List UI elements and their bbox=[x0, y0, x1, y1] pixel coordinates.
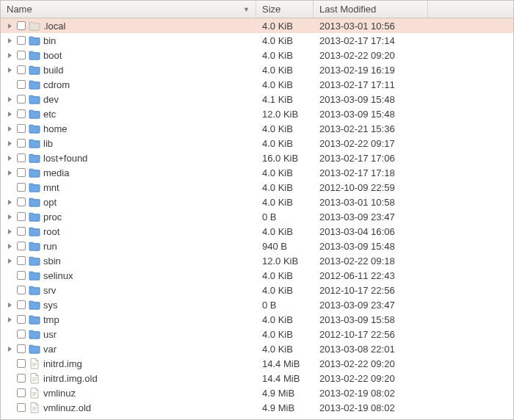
row-checkbox[interactable] bbox=[17, 286, 26, 294]
table-row[interactable]: lib4.0 KiB2013-02-22 09:17 bbox=[1, 136, 513, 151]
row-checkbox[interactable] bbox=[17, 403, 26, 412]
row-checkbox[interactable] bbox=[17, 21, 26, 30]
row-checkbox[interactable] bbox=[17, 388, 26, 397]
table-row[interactable]: run940 B2013-03-09 15:48 bbox=[1, 239, 513, 253]
table-row[interactable]: selinux4.0 KiB2012-06-11 22:43 bbox=[1, 268, 513, 283]
cell-name: root bbox=[1, 225, 256, 237]
row-checkbox[interactable] bbox=[17, 315, 26, 324]
table-row[interactable]: bin4.0 KiB2013-02-17 17:14 bbox=[1, 33, 513, 48]
table-row[interactable]: boot4.0 KiB2013-02-22 09:20 bbox=[1, 48, 513, 62]
folder-icon bbox=[29, 299, 40, 311]
row-checkbox[interactable] bbox=[17, 359, 26, 368]
cell-modified: 2013-03-09 23:47 bbox=[314, 211, 428, 222]
row-checkbox[interactable] bbox=[17, 330, 26, 338]
cell-modified: 2013-02-17 17:14 bbox=[314, 35, 428, 46]
table-row[interactable]: sys0 B2013-03-09 23:47 bbox=[1, 297, 513, 312]
column-header-size[interactable]: Size bbox=[256, 1, 314, 18]
cell-size: 4.0 KiB bbox=[256, 314, 314, 325]
cell-size: 0 B bbox=[256, 300, 314, 311]
cell-name: run bbox=[1, 240, 256, 252]
row-checkbox[interactable] bbox=[17, 36, 26, 45]
expander-icon[interactable] bbox=[5, 153, 14, 162]
table-row[interactable]: var4.0 KiB2013-03-08 22:01 bbox=[1, 341, 513, 356]
table-row[interactable]: root4.0 KiB2013-03-04 16:06 bbox=[1, 224, 513, 239]
cell-modified: 2013-02-17 17:11 bbox=[314, 79, 428, 90]
row-name-label: etc bbox=[43, 109, 56, 120]
expander-icon[interactable] bbox=[5, 139, 14, 148]
cell-modified: 2013-02-21 15:36 bbox=[314, 123, 428, 134]
cell-name: initrd.img.old bbox=[1, 372, 256, 384]
table-row[interactable]: mnt4.0 KiB2012-10-09 22:59 bbox=[1, 180, 513, 195]
row-checkbox[interactable] bbox=[17, 153, 26, 162]
expander-icon[interactable] bbox=[5, 109, 14, 118]
cell-size: 14.4 MiB bbox=[256, 358, 314, 369]
expander-icon[interactable] bbox=[5, 51, 14, 59]
table-row[interactable]: usr4.0 KiB2012-10-17 22:56 bbox=[1, 327, 513, 341]
expander-icon[interactable] bbox=[5, 21, 14, 30]
expander-icon[interactable] bbox=[5, 344, 14, 353]
table-row[interactable]: etc12.0 KiB2013-03-09 15:48 bbox=[1, 106, 513, 121]
table-row[interactable]: lost+found16.0 KiB2013-02-17 17:06 bbox=[1, 151, 513, 165]
table-row[interactable]: build4.0 KiB2013-02-19 16:19 bbox=[1, 62, 513, 77]
cell-modified: 2013-03-09 15:48 bbox=[314, 94, 428, 105]
expander-icon[interactable] bbox=[5, 242, 14, 250]
row-checkbox[interactable] bbox=[17, 256, 26, 265]
table-row[interactable]: proc0 B2013-03-09 23:47 bbox=[1, 209, 513, 224]
svg-rect-4 bbox=[32, 379, 37, 380]
cell-name: usr bbox=[1, 328, 256, 340]
expander-icon[interactable] bbox=[5, 65, 14, 74]
table-row[interactable]: srv4.0 KiB2012-10-17 22:56 bbox=[1, 283, 513, 297]
cell-modified: 2012-10-09 22:59 bbox=[314, 182, 428, 193]
column-header-name[interactable]: Name ▼ bbox=[1, 1, 256, 18]
row-checkbox[interactable] bbox=[17, 80, 26, 89]
row-checkbox[interactable] bbox=[17, 374, 26, 383]
table-row[interactable]: cdrom4.0 KiB2013-02-17 17:11 bbox=[1, 77, 513, 92]
table-row[interactable]: home4.0 KiB2013-02-21 15:36 bbox=[1, 121, 513, 136]
expander-icon[interactable] bbox=[5, 36, 14, 45]
row-checkbox[interactable] bbox=[17, 227, 26, 236]
cell-name: selinux bbox=[1, 269, 256, 281]
row-name-label: opt bbox=[43, 197, 57, 208]
column-header-row: Name ▼ Size Last Modified bbox=[1, 1, 513, 18]
expander-icon[interactable] bbox=[5, 95, 14, 104]
expander-icon[interactable] bbox=[5, 300, 14, 309]
table-row[interactable]: initrd.img14.4 MiB2013-02-22 09:20 bbox=[1, 356, 513, 371]
expander-icon[interactable] bbox=[5, 227, 14, 236]
row-checkbox[interactable] bbox=[17, 344, 26, 353]
row-checkbox[interactable] bbox=[17, 242, 26, 250]
row-checkbox[interactable] bbox=[17, 139, 26, 148]
table-row[interactable]: media4.0 KiB2013-02-17 17:18 bbox=[1, 165, 513, 180]
file-tree-rows[interactable]: .local4.0 KiB2013-03-01 10:56bin4.0 KiB2… bbox=[1, 18, 513, 419]
expander-icon[interactable] bbox=[5, 198, 14, 206]
row-name-label: dev bbox=[43, 94, 59, 105]
table-row[interactable]: dev4.1 KiB2013-03-09 15:48 bbox=[1, 92, 513, 106]
table-row[interactable]: initrd.img.old14.4 MiB2013-02-22 09:20 bbox=[1, 371, 513, 385]
row-checkbox[interactable] bbox=[17, 95, 26, 104]
table-row[interactable]: vmlinuz4.9 MiB2013-02-19 08:02 bbox=[1, 385, 513, 400]
table-row[interactable]: vmlinuz.old4.9 MiB2013-02-19 08:02 bbox=[1, 400, 513, 415]
row-checkbox[interactable] bbox=[17, 65, 26, 74]
table-row[interactable]: tmp4.0 KiB2013-03-09 15:58 bbox=[1, 312, 513, 327]
expander-icon[interactable] bbox=[5, 256, 14, 265]
expander-icon[interactable] bbox=[5, 315, 14, 324]
row-checkbox[interactable] bbox=[17, 198, 26, 206]
row-checkbox[interactable] bbox=[17, 168, 26, 177]
cell-name: tmp bbox=[1, 314, 256, 325]
expander-icon[interactable] bbox=[5, 212, 14, 221]
row-checkbox[interactable] bbox=[17, 124, 26, 133]
table-row[interactable]: opt4.0 KiB2013-03-01 10:58 bbox=[1, 195, 513, 209]
folder-icon bbox=[29, 49, 40, 61]
column-header-spare bbox=[428, 1, 513, 18]
row-checkbox[interactable] bbox=[17, 51, 26, 59]
row-checkbox[interactable] bbox=[17, 109, 26, 118]
column-header-modified[interactable]: Last Modified bbox=[314, 1, 428, 18]
cell-size: 0 B bbox=[256, 211, 314, 222]
row-checkbox[interactable] bbox=[17, 183, 26, 192]
table-row[interactable]: .local4.0 KiB2013-03-01 10:56 bbox=[1, 18, 513, 33]
expander-icon[interactable] bbox=[5, 124, 14, 133]
row-checkbox[interactable] bbox=[17, 212, 26, 221]
table-row[interactable]: sbin12.0 KiB2013-02-22 09:18 bbox=[1, 253, 513, 268]
expander-icon[interactable] bbox=[5, 168, 14, 177]
row-checkbox[interactable] bbox=[17, 271, 26, 280]
row-checkbox[interactable] bbox=[17, 300, 26, 309]
